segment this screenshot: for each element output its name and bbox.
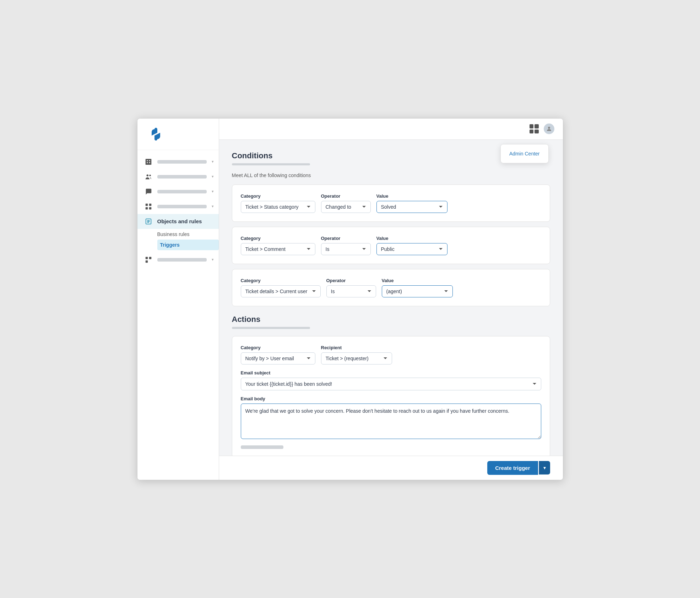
condition-3-category-group: Category Ticket details > Current user [241, 278, 321, 297]
condition-1-category-group: Category Ticket > Status category [241, 193, 315, 213]
chevron-down-icon-2: ▾ [212, 174, 214, 179]
zendesk-logo [147, 127, 164, 141]
sidebar-item-people-label [157, 175, 207, 179]
chevron-down-icon-4: ▾ [212, 204, 214, 209]
condition-fields-3: Category Ticket details > Current user O… [241, 278, 541, 297]
actions-recipient-label: Recipient [321, 345, 392, 350]
sidebar-nav: ▾ ▾ ▾ [137, 150, 219, 480]
condition-row-2: Category Ticket > Comment Operator Is Va… [232, 227, 550, 264]
admin-center-link[interactable]: Admin Center [501, 147, 548, 160]
bottom-bar: Create trigger ▾ [219, 456, 563, 480]
email-body-textarea[interactable]: We're glad that we got to solve your con… [241, 404, 541, 439]
sidebar-sub-nav: Business rules Triggers [137, 229, 219, 250]
people-icon [145, 173, 152, 181]
condition-3-category-select[interactable]: Ticket details > Current user [241, 285, 321, 297]
condition-row-1: Category Ticket > Status category Operat… [232, 185, 550, 222]
actions-field-row: Category Notify by > User email Recipien… [241, 345, 541, 364]
actions-category-group: Category Notify by > User email [241, 345, 315, 364]
svg-rect-3 [147, 160, 148, 161]
svg-point-8 [149, 175, 151, 176]
create-trigger-button[interactable]: Create trigger [487, 461, 538, 475]
sidebar-item-channels-label [157, 190, 207, 193]
user-avatar[interactable] [544, 124, 554, 134]
chevron-down-icon-5: ▾ [212, 257, 214, 262]
condition-2-operator-group: Operator Is [321, 236, 371, 255]
sidebar-item-objects-rules-label: Objects and rules [157, 218, 214, 224]
condition-1-category-select[interactable]: Ticket > Status category [241, 201, 315, 213]
svg-rect-13 [145, 257, 147, 259]
workspaces-icon [145, 203, 152, 210]
condition-3-value-label: Value [382, 278, 453, 283]
actions-bar [232, 327, 310, 329]
condition-2-operator-select[interactable]: Is [321, 243, 371, 255]
conditions-bar [232, 163, 310, 165]
actions-recipient-group: Recipient Ticket > (requester) [321, 345, 392, 364]
condition-2-operator-label: Operator [321, 236, 371, 241]
logo [137, 119, 219, 150]
sidebar-item-people[interactable]: ▾ [137, 169, 219, 184]
condition-row-3: Category Ticket details > Current user O… [232, 269, 550, 306]
channels-icon [145, 188, 152, 196]
admin-center-dropdown: Admin Center [500, 144, 549, 163]
condition-1-value-group: Value Solved [376, 193, 447, 213]
create-trigger-chevron-button[interactable]: ▾ [539, 461, 550, 474]
condition-1-operator-group: Operator Changed to [321, 193, 371, 213]
actions-section: Actions Category Notify by > User email … [232, 315, 550, 456]
condition-3-category-label: Category [241, 278, 321, 283]
actions-block: Category Notify by > User email Recipien… [232, 336, 550, 456]
sidebar: ▾ ▾ ▾ [137, 119, 219, 480]
condition-1-value-select[interactable]: Solved [376, 201, 447, 213]
email-body-group: Email body We're glad that we got to sol… [241, 396, 541, 440]
condition-1-value-label: Value [376, 193, 447, 199]
svg-rect-4 [149, 160, 150, 161]
condition-2-value-group: Value Public [376, 236, 447, 255]
condition-3-operator-group: Operator Is [326, 278, 376, 297]
actions-recipient-select[interactable]: Ticket > (requester) [321, 352, 392, 364]
condition-1-category-label: Category [241, 193, 315, 199]
content-area: Conditions Meet ALL of the following con… [219, 140, 563, 456]
condition-2-category-label: Category [241, 236, 315, 241]
condition-fields-2: Category Ticket > Comment Operator Is Va… [241, 236, 541, 255]
sidebar-item-organization[interactable]: ▾ [137, 154, 219, 169]
objects-rules-icon [145, 218, 152, 225]
condition-fields-1: Category Ticket > Status category Operat… [241, 193, 541, 213]
sidebar-item-objects-rules[interactable]: Objects and rules [137, 214, 219, 229]
building-icon [145, 158, 152, 166]
sidebar-item-business-rules[interactable]: Business rules [157, 229, 219, 240]
email-body-label: Email body [241, 396, 541, 401]
svg-rect-12 [149, 207, 151, 209]
condition-2-value-label: Value [376, 236, 447, 241]
grid-icon[interactable] [530, 124, 539, 133]
actions-category-select[interactable]: Notify by > User email [241, 352, 315, 364]
sidebar-item-organization-label [157, 160, 207, 164]
email-subject-group: Email subject [241, 370, 541, 390]
sidebar-item-apps-label [157, 258, 207, 262]
sidebar-item-workspaces-label [157, 205, 207, 208]
condition-2-category-select[interactable]: Ticket > Comment [241, 243, 315, 255]
apps-icon [145, 256, 152, 264]
condition-3-operator-select[interactable]: Is [326, 285, 376, 297]
sidebar-item-workspaces[interactable]: ▾ [137, 199, 219, 214]
sidebar-item-channels[interactable]: ▾ [137, 184, 219, 199]
sidebar-item-triggers[interactable]: Triggers [157, 240, 219, 250]
svg-rect-11 [145, 207, 147, 209]
svg-rect-15 [145, 260, 147, 262]
chevron-down-icon: ▾ [212, 159, 214, 164]
svg-rect-6 [149, 162, 150, 163]
actions-category-label: Category [241, 345, 315, 350]
condition-1-operator-label: Operator [321, 193, 371, 199]
conditions-meet-text: Meet ALL of the following conditions [232, 172, 550, 178]
svg-rect-10 [149, 203, 151, 205]
condition-3-value-select[interactable]: (agent) [382, 285, 453, 297]
condition-2-category-group: Category Ticket > Comment [241, 236, 315, 255]
svg-point-7 [146, 174, 148, 176]
email-subject-label: Email subject [241, 370, 541, 375]
sidebar-item-apps[interactable]: ▾ [137, 252, 219, 267]
condition-2-value-select[interactable]: Public [376, 243, 447, 255]
condition-1-operator-select[interactable]: Changed to [321, 201, 371, 213]
chevron-down-icon-3: ▾ [212, 189, 214, 194]
condition-3-value-group: Value (agent) [382, 278, 453, 297]
email-subject-input[interactable] [241, 378, 541, 390]
svg-point-16 [548, 127, 550, 129]
svg-rect-2 [145, 159, 151, 165]
